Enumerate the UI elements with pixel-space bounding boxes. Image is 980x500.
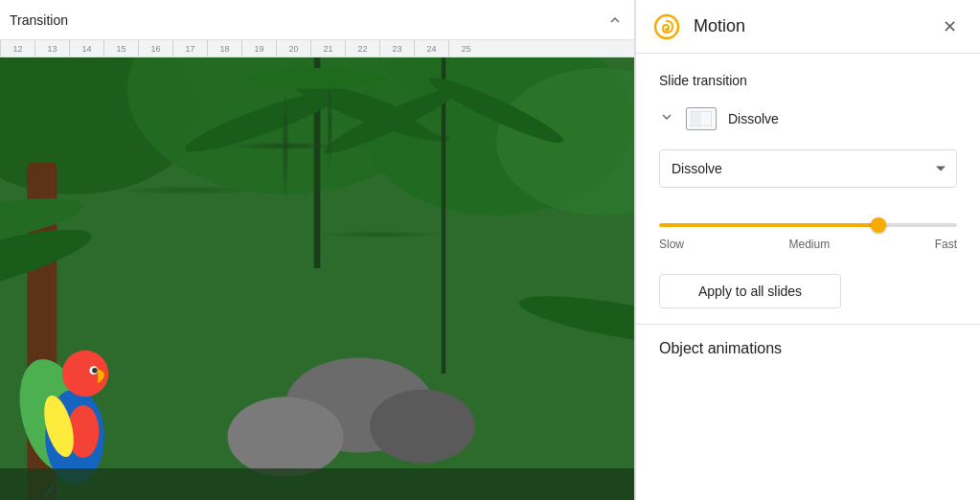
svg-point-28 (38, 393, 80, 461)
close-icon: ✕ (943, 16, 957, 37)
ruler-tick: 13 (34, 40, 69, 57)
motion-icon (651, 11, 682, 42)
panel-title: Motion (694, 16, 934, 36)
ruler-tick: 17 (172, 40, 207, 57)
ruler-tick: 15 (103, 40, 138, 57)
left-panel: Transition 12 13 14 15 16 17 18 19 20 21… (0, 0, 635, 500)
transition-name-label: Dissolve (728, 111, 779, 126)
right-panel: Motion ✕ Slide transition Dissolve (635, 0, 980, 500)
close-button[interactable]: ✕ (934, 11, 965, 42)
svg-point-24 (67, 405, 99, 458)
svg-point-17 (0, 187, 87, 264)
ruler-tick: 21 (310, 40, 345, 57)
speed-section: Slow Medium Fast (636, 199, 980, 266)
jungle-image (0, 57, 634, 500)
svg-point-21 (228, 397, 344, 477)
ruler: 12 13 14 15 16 17 18 19 20 21 22 23 24 2… (0, 40, 634, 57)
chevron-down-icon[interactable] (659, 109, 674, 128)
svg-point-10 (249, 68, 386, 89)
svg-point-31 (655, 15, 678, 38)
ruler-tick: 14 (69, 40, 103, 57)
object-animations-title: Object animations (659, 340, 782, 356)
ruler-tick: 16 (138, 40, 172, 57)
fast-label: Fast (935, 238, 957, 251)
svg-rect-15 (28, 163, 57, 500)
svg-point-19 (285, 358, 433, 453)
svg-point-7 (286, 69, 453, 150)
speed-slider-container (659, 215, 957, 230)
svg-point-6 (181, 80, 348, 161)
svg-point-12 (320, 80, 463, 161)
slow-label: Slow (659, 238, 684, 251)
ruler-tick: 18 (207, 40, 241, 57)
svg-point-4 (496, 68, 634, 216)
transition-dropdown[interactable]: None Dissolve Fade Slide from right Slid… (659, 149, 957, 188)
panel-header: Motion ✕ (636, 0, 980, 54)
svg-point-20 (370, 390, 475, 464)
speed-slider[interactable] (659, 223, 957, 227)
ruler-tick: 23 (379, 40, 414, 57)
svg-point-9 (328, 57, 454, 145)
apply-btn-section: Apply to all slides (636, 266, 980, 324)
ruler-tick: 22 (345, 40, 379, 57)
svg-point-13 (425, 69, 568, 150)
svg-point-2 (127, 57, 444, 194)
transition-row: Dissolve (636, 100, 980, 138)
collapse-panel-button[interactable] (605, 11, 625, 30)
svg-point-22 (8, 352, 99, 480)
transition-preview-box (686, 107, 717, 130)
svg-point-1 (0, 57, 201, 194)
transition-select-wrapper: None Dissolve Fade Slide from right Slid… (659, 149, 957, 188)
svg-rect-34 (692, 112, 701, 125)
object-animations-section: Object animations (636, 324, 980, 373)
ruler-tick: 20 (276, 40, 310, 57)
svg-point-3 (359, 57, 633, 216)
svg-point-32 (665, 28, 669, 32)
transition-tab-label: Transition (10, 12, 68, 28)
transition-tab: Transition (0, 0, 634, 40)
svg-rect-0 (0, 57, 634, 500)
svg-point-16 (0, 216, 97, 322)
svg-rect-29 (0, 468, 634, 500)
medium-label: Medium (788, 238, 830, 251)
panel-content: Slide transition Dissolve None Dissolve (636, 54, 980, 500)
svg-rect-14 (28, 163, 57, 500)
ruler-tick: 12 (0, 40, 34, 57)
slide-preview (0, 57, 634, 500)
ruler-tick: 24 (414, 40, 448, 57)
ruler-tick: 25 (448, 40, 483, 57)
svg-point-8 (180, 57, 307, 145)
dropdown-section: None Dissolve Fade Slide from right Slid… (636, 138, 980, 199)
svg-point-18 (516, 286, 634, 356)
apply-to-all-slides-button[interactable]: Apply to all slides (659, 274, 841, 308)
speed-labels: Slow Medium Fast (659, 238, 957, 251)
svg-point-25 (62, 351, 108, 397)
slide-transition-title: Slide transition (636, 54, 980, 100)
ruler-tick: 19 (241, 40, 276, 57)
svg-point-26 (89, 366, 98, 375)
svg-point-23 (45, 390, 104, 485)
svg-point-27 (92, 368, 98, 374)
